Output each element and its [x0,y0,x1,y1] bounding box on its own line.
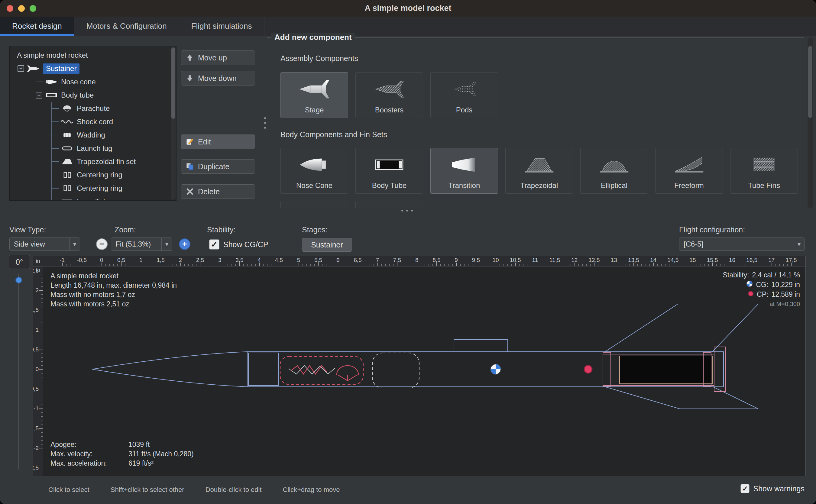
tile-label: Body Tube [372,181,407,190]
hint-click-drag: Click+drag to move [283,486,340,494]
tree-item-sustainer[interactable]: Sustainer [10,62,176,75]
cp-marker [584,365,592,373]
edit-button[interactable]: Edit [181,134,255,149]
tab-motors-configuration[interactable]: Motors & Configuration [74,17,179,36]
component-tile-partial[interactable] [355,201,423,208]
component-tile-trapezoidal[interactable]: Trapezoidal [505,148,573,194]
horizontal-splitter-grip[interactable] [401,210,413,212]
component-tile-freeform[interactable]: Freeform [655,148,723,194]
zoom-in-button[interactable]: + [179,238,190,250]
duplicate-button[interactable]: Duplicate [181,159,255,174]
tree-item-launch-lug[interactable]: Launch lug [10,142,176,155]
shock-cord-icon [60,118,74,125]
button-label: Move down [198,74,237,83]
add-component-body: Assembly Components Stage Boosters [267,38,804,208]
component-tile-elliptical[interactable]: Elliptical [580,148,648,194]
tree-item-label: Body tube [61,91,94,99]
tree-scrollbar[interactable] [171,47,176,200]
rotation-slider-track[interactable] [18,274,19,470]
stability-block: Stability: 2,4 cal / 14,1 % CG: 10,229 i… [723,270,800,309]
pods-rocket-icon [431,73,498,106]
section-title-body-fins: Body Components and Fin Sets [280,130,387,139]
component-tile-body-tube[interactable]: Body Tube [355,148,423,194]
tree-item-body-tube[interactable]: Body tube [10,89,176,102]
component-tile-tube-fins[interactable]: Tube Fins [730,148,798,194]
add-component-panel: Add new component Assembly Components St… [267,37,804,208]
tree-item-rocket-root[interactable]: A simple model rocket [10,49,176,62]
tab-bar: Rocket design Motors & Configuration Fli… [0,17,816,36]
component-tile-pods[interactable]: Pods [430,72,498,118]
tree-item-inner-tube[interactable]: Inner Tube [10,195,176,201]
cp-icon [748,289,754,299]
tree-item-parachute[interactable]: Parachute [10,102,176,115]
section-title-assembly: Assembly Components [280,54,358,63]
tree-item-nose-cone[interactable]: Nose cone [10,75,176,89]
tile-label: Transition [448,181,480,190]
vertical-splitter-grip[interactable] [264,117,267,129]
component-tile-stage[interactable]: Stage [280,72,348,118]
parachute-outline [280,357,363,384]
tree-item-label: Nose cone [61,78,96,86]
zoom-out-button[interactable]: − [96,238,108,250]
panel-scrollbar-thumb[interactable] [808,46,812,118]
tree-item-centering-ring-2[interactable]: Centering ring [10,182,176,195]
panel-scrollbar[interactable] [808,37,813,208]
zoom-select[interactable]: Fit (51,3%) ▾ [111,237,172,251]
tree-item-shock-cord[interactable]: Shock cord [10,115,176,128]
body-tube-icon [45,92,58,99]
stage-toggle-sustainer[interactable]: Sustainer [302,238,352,252]
cg-icon [746,280,753,289]
component-tile-transition[interactable]: Transition [430,148,498,194]
stage-rocket-icon [281,73,348,106]
component-tile-partial[interactable] [280,201,348,208]
collapse-handle-icon[interactable] [18,65,24,72]
tree-item-label: Wadding [77,131,105,139]
close-window-button[interactable] [7,5,13,12]
tube-fins-icon [730,148,798,181]
component-tile-nose-cone[interactable]: Nose Cone [280,148,348,194]
tree-item-label: A simple model rocket [17,51,88,60]
tile-label: Tube Fins [748,181,780,190]
app-window: A simple model rocket Rocket design Moto… [0,0,816,504]
move-down-button[interactable]: Move down [181,71,255,86]
show-cg-cp-checkbox[interactable] [209,239,219,250]
fullscreen-window-button[interactable] [30,5,36,12]
wadding-icon [60,131,74,139]
view-type-select[interactable]: Side view ▾ [9,237,80,251]
tab-rocket-design[interactable]: Rocket design [0,17,74,36]
minimize-window-button[interactable] [18,5,25,12]
select-value: Fit (51,3%) [115,240,158,248]
tree-connector [51,175,59,175]
tree-item-trapezoidal-fin-set[interactable]: Trapezoidal fin set [10,155,176,168]
tree-scrollbar-thumb[interactable] [171,47,175,119]
rocket-view-canvas[interactable]: -1-0,500,511,522,533,544,555,566,577,588… [33,256,806,476]
tab-flight-simulations[interactable]: Flight simulations [179,17,264,36]
mach-note: at M=0,300 [723,299,800,309]
button-label: Sustainer [311,241,343,249]
hint-click-select: Click to select [48,486,89,494]
tree-item-label: Inner Tube [77,197,112,201]
move-up-button[interactable]: Move up [181,50,255,65]
nose-cone-icon [45,78,58,86]
component-tile-boosters[interactable]: Boosters [355,72,423,118]
chevron-down-icon: ▾ [161,238,172,250]
button-label: Delete [198,187,220,196]
delete-button[interactable]: Delete [181,184,255,199]
tree-item-centering-ring-1[interactable]: Centering ring [10,168,176,182]
tile-label: Elliptical [601,181,627,190]
component-tree: A simple model rocket Sustainer Nose con… [9,46,176,201]
flight-configuration-label: Flight configuration: [679,225,745,234]
tree-connector [51,121,59,122]
tab-label: Motors & Configuration [86,21,167,31]
button-label: Edit [198,137,211,146]
shock-cord-and-wadding [289,353,419,388]
rotation-slider-knob[interactable] [15,277,22,283]
collapse-handle-icon[interactable] [36,92,42,99]
tree-item-wadding[interactable]: Wadding [10,128,176,142]
tile-label: Stage [305,106,324,114]
parachute-icon [60,105,74,112]
show-warnings-checkbox[interactable] [740,484,750,493]
flight-configuration-select[interactable]: [C6-5] ▾ [679,237,805,251]
button-label: Duplicate [198,162,229,171]
tree-item-label: Centering ring [77,171,122,179]
